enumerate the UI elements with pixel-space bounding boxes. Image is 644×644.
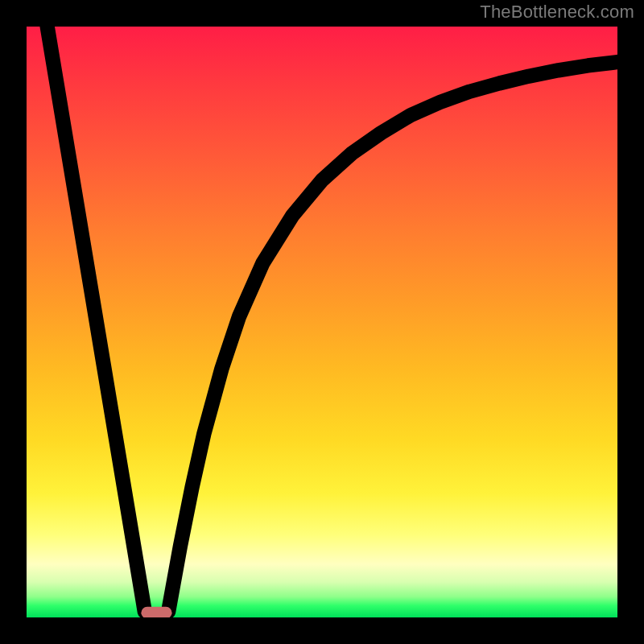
plot-area — [27, 27, 617, 617]
watermark-text: TheBottleneck.com — [480, 2, 634, 23]
minimum-marker — [141, 607, 171, 617]
chart-frame: TheBottleneck.com — [0, 0, 644, 644]
plot-svg — [27, 27, 617, 617]
curve-left — [47, 27, 145, 612]
curve-right — [168, 62, 617, 612]
